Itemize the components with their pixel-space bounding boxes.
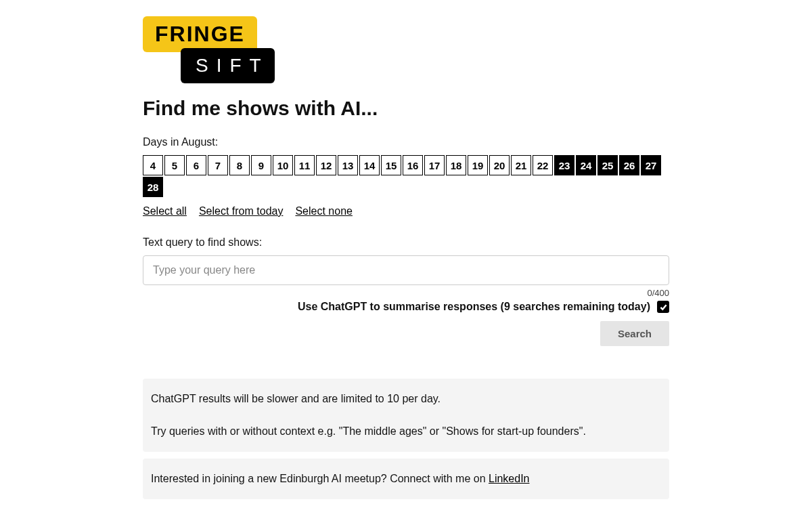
day-27[interactable]: 27 xyxy=(641,155,661,175)
day-22[interactable]: 22 xyxy=(533,155,553,175)
logo: FRINGE SIFT xyxy=(143,16,275,83)
query-label: Text query to find shows: xyxy=(143,236,669,249)
day-23[interactable]: 23 xyxy=(554,155,574,175)
search-button[interactable]: Search xyxy=(600,321,669,346)
chatgpt-checkbox[interactable] xyxy=(657,301,669,313)
day-11[interactable]: 11 xyxy=(294,155,315,175)
meetup-text: Interested in joining a new Edinburgh AI… xyxy=(151,473,489,484)
day-15[interactable]: 15 xyxy=(381,155,401,175)
day-13[interactable]: 13 xyxy=(338,155,358,175)
day-17[interactable]: 17 xyxy=(424,155,445,175)
logo-top: FRINGE xyxy=(143,16,257,52)
chatgpt-toggle-label: Use ChatGPT to summarise responses (9 se… xyxy=(298,301,650,313)
day-25[interactable]: 25 xyxy=(597,155,618,175)
day-24[interactable]: 24 xyxy=(576,155,596,175)
linkedin-link[interactable]: LinkedIn xyxy=(489,473,530,484)
info-line-1: ChatGPT results will be slower and are l… xyxy=(151,391,661,407)
info-box-meetup: Interested in joining a new Edinburgh AI… xyxy=(143,459,669,499)
page-title: Find me shows with AI... xyxy=(143,97,669,120)
chatgpt-toggle-row: Use ChatGPT to summarise responses (9 se… xyxy=(143,301,669,313)
select-none-link[interactable]: Select none xyxy=(295,205,353,217)
day-6[interactable]: 6 xyxy=(186,155,206,175)
days-label: Days in August: xyxy=(143,136,669,148)
select-links: Select all Select from today Select none xyxy=(143,205,669,217)
select-all-link[interactable]: Select all xyxy=(143,205,187,217)
day-7[interactable]: 7 xyxy=(208,155,228,175)
day-14[interactable]: 14 xyxy=(359,155,380,175)
info-line-2: Try queries with or without context e.g.… xyxy=(151,423,661,440)
logo-bottom: SIFT xyxy=(181,48,275,83)
char-count: 0/400 xyxy=(143,288,669,298)
days-row: 4567891011121314151617181920212223242526… xyxy=(143,155,669,197)
check-icon xyxy=(659,303,668,312)
day-8[interactable]: 8 xyxy=(229,155,250,175)
day-9[interactable]: 9 xyxy=(251,155,271,175)
info-box-tips: ChatGPT results will be slower and are l… xyxy=(143,379,669,452)
day-16[interactable]: 16 xyxy=(403,155,423,175)
query-input[interactable] xyxy=(143,255,669,285)
day-18[interactable]: 18 xyxy=(446,155,466,175)
day-5[interactable]: 5 xyxy=(164,155,185,175)
day-20[interactable]: 20 xyxy=(489,155,510,175)
day-19[interactable]: 19 xyxy=(468,155,488,175)
day-28[interactable]: 28 xyxy=(143,177,163,197)
day-26[interactable]: 26 xyxy=(619,155,639,175)
day-10[interactable]: 10 xyxy=(273,155,293,175)
day-4[interactable]: 4 xyxy=(143,155,163,175)
day-21[interactable]: 21 xyxy=(511,155,531,175)
select-from-today-link[interactable]: Select from today xyxy=(199,205,284,217)
day-12[interactable]: 12 xyxy=(316,155,336,175)
